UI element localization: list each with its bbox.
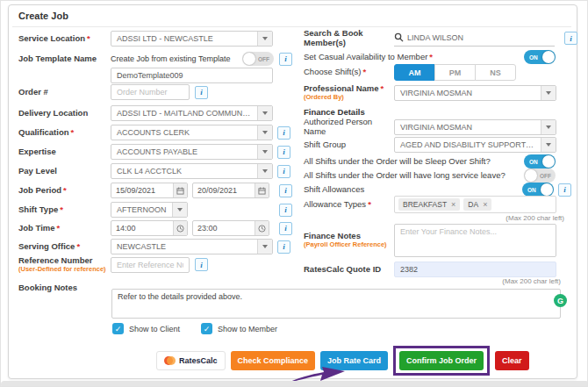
casual-availability-row: Set Casual Availability to Member* ON bbox=[304, 50, 577, 64]
long-service-toggle[interactable]: OFF bbox=[524, 168, 556, 183]
info-icon[interactable]: i bbox=[195, 258, 208, 271]
expertise-label: Expertise bbox=[18, 147, 111, 157]
shift-option-pm[interactable]: PM bbox=[434, 64, 476, 81]
info-icon[interactable]: i bbox=[279, 204, 292, 217]
create-job-screen: Create Job Service Location* ADSSI LTD -… bbox=[0, 0, 588, 387]
delivery-location-label: Delivery Location bbox=[18, 109, 111, 118]
finance-details-heading: Finance Details bbox=[304, 107, 365, 117]
authorized-person-select[interactable]: VIRGINIA MOSMAN bbox=[394, 119, 556, 135]
professional-name-label: Professional Name bbox=[304, 83, 379, 93]
professional-name-select[interactable]: VIRGINIA MOSMAN bbox=[394, 85, 556, 101]
info-icon[interactable]: i bbox=[279, 184, 292, 197]
page-title: Create Job bbox=[18, 11, 68, 21]
required-mark: * bbox=[63, 185, 67, 195]
shift-allowances-row: Shift Allowances ON i bbox=[304, 183, 577, 197]
expertise-select[interactable]: ACCOUNTS PAYABLE bbox=[111, 144, 273, 160]
member-search-input[interactable] bbox=[407, 33, 555, 42]
pay-level-row: Pay Level CLK L4 ACCTCLK i bbox=[18, 163, 292, 179]
sleep-over-toggle[interactable]: ON bbox=[524, 154, 556, 168]
authorized-person-label: Authorized Person Name bbox=[304, 118, 394, 137]
booking-notes-label: Booking Notes bbox=[18, 283, 111, 293]
finance-notes-label: Finance Notes bbox=[304, 231, 361, 240]
qualification-select[interactable]: ACCOUNTS CLERK bbox=[111, 125, 273, 140]
quote-id-label: RatesCalc Quote ID bbox=[304, 265, 394, 275]
ratescalc-button[interactable]: RatesCalc bbox=[156, 351, 226, 370]
confirm-job-order-button[interactable]: Confirm Job Order bbox=[399, 351, 484, 370]
allowance-tag-breakfast[interactable]: BREAKFAST× bbox=[398, 198, 460, 211]
search-member-label: Search & Book Member(s) bbox=[304, 29, 394, 48]
job-template-label: Job Template Name bbox=[18, 54, 111, 64]
bottom-scrollbar-track[interactable] bbox=[1, 381, 588, 387]
show-to-member-checkbox[interactable]: ✓ bbox=[201, 323, 212, 334]
clear-button[interactable]: Clear bbox=[495, 351, 529, 370]
remove-tag-icon[interactable]: × bbox=[451, 201, 455, 209]
serving-office-select[interactable]: NEWCASTLE bbox=[111, 239, 273, 254]
finance-notes-textarea[interactable] bbox=[394, 224, 556, 257]
reference-number-sublabel: (User-Defined for reference) bbox=[18, 266, 111, 274]
casual-availability-toggle[interactable]: ON bbox=[524, 50, 556, 64]
reference-number-label: Reference Number bbox=[18, 255, 92, 265]
delivery-location-select[interactable]: ADSSI LTD - MAITLAND COMMUNITY CARE SERV… bbox=[111, 105, 273, 121]
info-icon[interactable]: i bbox=[277, 165, 290, 178]
shift-option-ns[interactable]: NS bbox=[475, 64, 516, 81]
required-mark: * bbox=[60, 204, 63, 214]
pay-level-select[interactable]: CLK L4 ACCTCLK bbox=[111, 163, 273, 179]
template-name-input[interactable] bbox=[111, 68, 273, 83]
info-icon[interactable]: i bbox=[195, 86, 208, 99]
job-period-start-date[interactable]: 15/09/2021 bbox=[111, 183, 188, 198]
chevron-down-icon bbox=[257, 240, 272, 254]
show-to-client-checkbox[interactable]: ✓ bbox=[112, 323, 124, 334]
booking-notes-textarea[interactable]: Refer to the details provided above. bbox=[111, 289, 561, 319]
job-time-start[interactable]: 14:00 bbox=[111, 220, 188, 236]
sleep-over-label: All Shifts under the Order will be Sleep… bbox=[304, 157, 524, 167]
choose-shifts-row: Choose Shift(s)* AM PM NS bbox=[304, 64, 577, 81]
long-service-row: All Shifts under the Order will have lon… bbox=[304, 168, 577, 183]
job-period-row: Job Period* 15/09/2021 20/09/2021 i bbox=[18, 183, 292, 198]
reference-number-input[interactable] bbox=[111, 257, 190, 273]
shift-option-am[interactable]: AM bbox=[394, 64, 435, 81]
shift-allowances-toggle[interactable]: ON bbox=[522, 183, 554, 197]
job-time-end[interactable]: 23:00 bbox=[192, 220, 269, 236]
info-icon[interactable]: i bbox=[277, 146, 290, 159]
title-divider bbox=[12, 26, 571, 27]
quote-id-input[interactable] bbox=[394, 262, 556, 277]
chevron-down-icon bbox=[172, 203, 187, 217]
allowance-types-row: Allowance Types* BREAKFAST× DA× bbox=[304, 196, 577, 213]
pay-level-label: Pay Level bbox=[18, 167, 111, 176]
show-to-client-label: Show to Client bbox=[129, 325, 180, 333]
service-location-row: Service Location* ADSSI LTD - NEWCASTLE bbox=[18, 31, 292, 47]
required-mark: * bbox=[87, 33, 90, 43]
clock-icon bbox=[255, 221, 269, 235]
template-name-row bbox=[18, 68, 292, 83]
shift-group-select[interactable]: AGED AND DISABILITY SUPPORT SERVICES bbox=[394, 137, 556, 153]
shift-segmented-control: AM PM NS bbox=[394, 64, 516, 81]
job-time-label: Job Time bbox=[18, 223, 55, 233]
job-period-end-date[interactable]: 20/09/2021 bbox=[192, 183, 269, 198]
info-icon[interactable]: i bbox=[279, 53, 292, 66]
shift-type-select[interactable]: AFTERNOON bbox=[111, 202, 188, 218]
grammarly-icon[interactable]: G bbox=[554, 294, 567, 307]
long-service-label: All Shifts under the Order will have lon… bbox=[304, 171, 524, 181]
qualification-label: Qualification bbox=[18, 127, 69, 137]
service-location-select[interactable]: ADSSI LTD - NEWCASTLE bbox=[111, 31, 273, 47]
info-icon[interactable]: i bbox=[558, 183, 571, 197]
info-icon[interactable]: i bbox=[277, 240, 290, 254]
required-mark: * bbox=[368, 199, 371, 209]
order-number-row: Order # i bbox=[18, 84, 292, 100]
professional-name-row: Professional Name*(Ordered By) VIRGINIA … bbox=[304, 84, 577, 102]
finance-notes-max-hint: (Max 200 char left) bbox=[304, 214, 564, 222]
allowance-types-input[interactable]: BREAKFAST× DA× bbox=[394, 196, 556, 213]
qualification-row: Qualification* ACCOUNTS CLERK i bbox=[18, 125, 292, 140]
info-icon[interactable]: i bbox=[277, 126, 290, 140]
allowance-tag-da[interactable]: DA× bbox=[463, 198, 491, 211]
chevron-down-icon bbox=[257, 106, 272, 120]
order-number-input[interactable] bbox=[111, 84, 190, 100]
required-mark: * bbox=[429, 52, 433, 61]
remove-tag-icon[interactable]: × bbox=[483, 201, 487, 209]
template-toggle[interactable]: OFF bbox=[242, 52, 274, 66]
info-icon[interactable]: i bbox=[564, 32, 577, 45]
info-icon[interactable]: i bbox=[279, 222, 292, 235]
member-search-box[interactable] bbox=[394, 31, 555, 47]
chevron-down-icon bbox=[541, 120, 556, 134]
job-period-label: Job Period bbox=[18, 185, 61, 195]
